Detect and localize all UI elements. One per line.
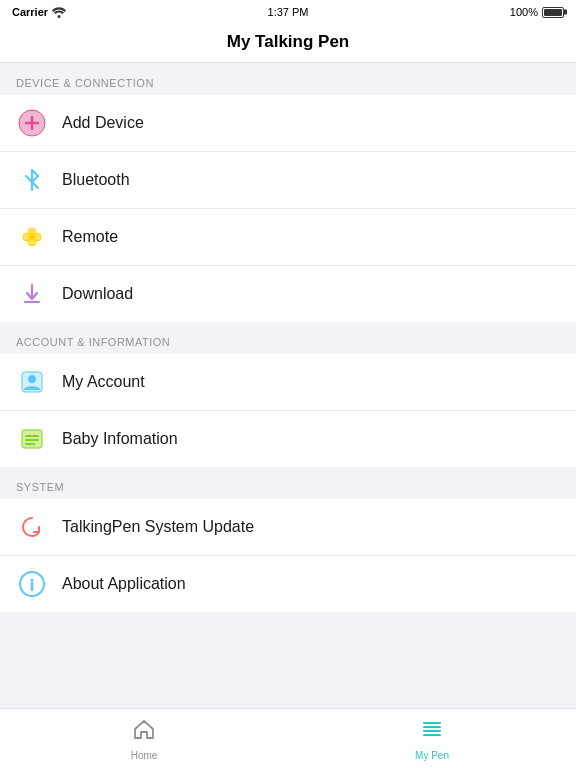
- home-tab-label: Home: [131, 750, 158, 761]
- menu-item-add-device[interactable]: Add Device: [0, 95, 576, 152]
- menu-item-my-account[interactable]: My Account: [0, 354, 576, 411]
- menu-list-device: Add Device Bluetooth Remote: [0, 95, 576, 322]
- about-label: About Application: [62, 575, 186, 593]
- battery-icon: [542, 7, 564, 18]
- home-tab-icon: [132, 717, 156, 747]
- svg-point-0: [58, 15, 61, 18]
- svg-point-8: [29, 234, 35, 240]
- status-bar: Carrier 1:37 PM 100%: [0, 0, 576, 24]
- tab-my-pen[interactable]: My Pen: [288, 709, 576, 768]
- account-icon: [16, 366, 48, 398]
- bluetooth-icon: [16, 164, 48, 196]
- my-pen-tab-icon: [420, 717, 444, 747]
- status-carrier: Carrier: [12, 6, 66, 18]
- bluetooth-label: Bluetooth: [62, 171, 130, 189]
- add-device-label: Add Device: [62, 114, 144, 132]
- update-icon: [16, 511, 48, 543]
- section-header-account: ACCOUNT & INFORMATION: [0, 322, 576, 354]
- menu-item-about[interactable]: About Application: [0, 556, 576, 612]
- main-content: DEVICE & CONNECTION Add Device Bluetooth: [0, 63, 576, 612]
- status-time: 1:37 PM: [268, 6, 309, 18]
- menu-item-bluetooth[interactable]: Bluetooth: [0, 152, 576, 209]
- tab-bar: Home My Pen: [0, 708, 576, 768]
- remote-icon: [16, 221, 48, 253]
- nav-bar: My Talking Pen: [0, 24, 576, 63]
- download-label: Download: [62, 285, 133, 303]
- menu-list-account: My Account Baby Infomation: [0, 354, 576, 467]
- wifi-icon: [52, 7, 66, 18]
- menu-list-system: TalkingPen System Update About Applicati…: [0, 499, 576, 612]
- baby-info-label: Baby Infomation: [62, 430, 178, 448]
- remote-label: Remote: [62, 228, 118, 246]
- svg-point-11: [28, 375, 36, 383]
- status-battery: 100%: [510, 6, 564, 18]
- download-icon: [16, 278, 48, 310]
- add-device-icon: [16, 107, 48, 139]
- tab-home[interactable]: Home: [0, 709, 288, 768]
- my-pen-tab-label: My Pen: [415, 750, 449, 761]
- system-update-label: TalkingPen System Update: [62, 518, 254, 536]
- section-header-device: DEVICE & CONNECTION: [0, 63, 576, 95]
- baby-info-icon: [16, 423, 48, 455]
- about-icon: [16, 568, 48, 600]
- menu-item-system-update[interactable]: TalkingPen System Update: [0, 499, 576, 556]
- my-account-label: My Account: [62, 373, 145, 391]
- svg-point-17: [31, 579, 34, 582]
- page-title: My Talking Pen: [227, 32, 350, 51]
- menu-item-baby-info[interactable]: Baby Infomation: [0, 411, 576, 467]
- menu-item-download[interactable]: Download: [0, 266, 576, 322]
- section-header-system: SYSTEM: [0, 467, 576, 499]
- menu-item-remote[interactable]: Remote: [0, 209, 576, 266]
